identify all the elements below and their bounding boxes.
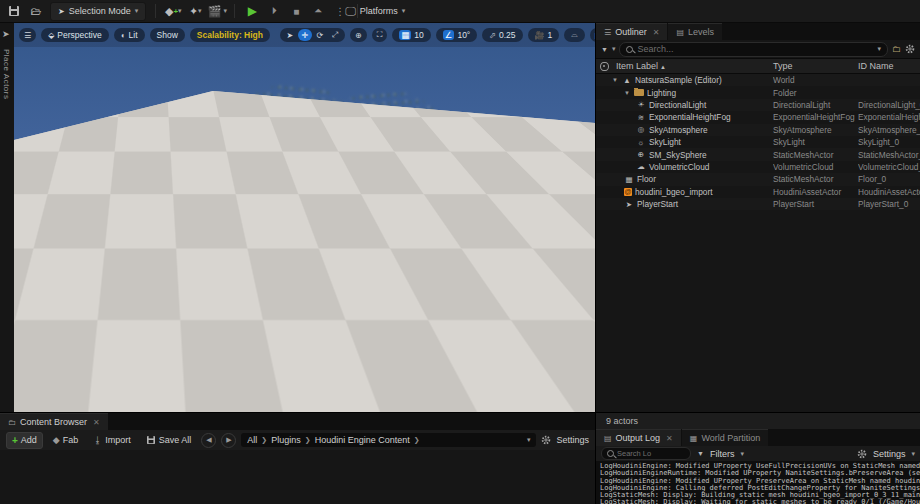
perspective-dropdown[interactable]: ⬙Perspective [41,28,109,42]
play-button[interactable]: ▶ [244,3,260,19]
filter-chevron[interactable]: ▾ [612,45,616,53]
log-output[interactable]: LogHoudiniEngine: Modified UProperty Use… [596,461,920,504]
expander-icon[interactable]: ▼ [624,90,631,96]
table-row[interactable]: ≋ExponentialHeightFogExponentialHeightFo… [596,111,920,123]
select-tool[interactable]: ➤ [283,29,297,41]
tab-content-browser[interactable]: 🗀 Content Browser ✕ [0,413,108,430]
outliner-tree: ▼▲NatsuraSample (Editor)World▼LightingFo… [596,74,920,210]
cb-settings-label[interactable]: Settings [556,435,589,445]
breadcrumb-separator-icon: ❯ [261,436,267,444]
level-viewport[interactable]: ☰ ⬙Perspective ◐Lit Show Scalability: Hi… [14,23,595,412]
scalability-warning[interactable]: Scalability: High [190,28,270,42]
fab-button[interactable]: ◆Fab [48,433,83,448]
save-icon[interactable] [6,3,22,19]
add-actor-button[interactable]: ◆+▾ [165,3,181,19]
close-icon[interactable]: ✕ [93,418,100,427]
move-tool[interactable]: ✛ [298,29,312,41]
tab-levels[interactable]: ▤ Levels [668,23,722,40]
log-search-input[interactable]: Search Lo [601,447,691,460]
rotate-tool[interactable]: ⟳ [313,29,327,41]
table-row[interactable]: ➤PlayerStartPlayerStartPlayerStart_0 [596,198,920,210]
visibility-column-icon[interactable] [600,62,609,71]
table-row[interactable]: ☀DirectionalLightDirectionalLightDirecti… [596,99,920,111]
import-button[interactable]: ⭳Import [88,433,136,448]
add-button[interactable]: +Add [6,432,43,449]
back-button[interactable]: ◀ [201,433,216,448]
view-mode-dropdown[interactable]: ◐Lit [114,28,145,42]
scale-snap-control[interactable]: ⬀0.25 [482,28,522,42]
log-search-placeholder: Search Lo [617,449,651,458]
row-id-cell: SkyAtmosphere_0 [858,125,920,135]
sort-ascending-icon: ▲ [660,64,666,70]
output-log-panel: ▤ Output Log ✕ ▦ World Partition Search … [595,429,920,504]
camera-speed-control[interactable]: 🎥1 [528,28,560,42]
chevron-down-icon[interactable]: ▾ [527,436,531,444]
table-row[interactable]: ☼SkyLightSkyLightSkyLight_0 [596,136,920,148]
scale-tool[interactable]: ⤢ [328,29,342,41]
filter-icon[interactable]: ▼ [601,46,608,53]
row-type-cell: HoudiniAssetActor [773,187,858,197]
log-settings-icon[interactable] [857,449,867,459]
tab-outliner[interactable]: ☰ Outliner ✕ [596,23,667,40]
tab-world-partition[interactable]: ▦ World Partition [682,429,768,446]
show-dropdown[interactable]: Show [150,28,185,42]
viewport-options-menu[interactable]: ☰ [19,28,36,42]
table-row[interactable]: ◎SkyAtmosphereSkyAtmosphereSkyAtmosphere… [596,124,920,136]
close-icon[interactable]: ✕ [666,434,673,443]
browse-content-icon[interactable]: 🗁 [28,3,44,19]
tab-output-log-label: Output Log [616,433,661,443]
breadcrumb-item[interactable]: Plugins [271,435,301,445]
close-icon[interactable]: ✕ [653,28,660,37]
surface-snap-toggle[interactable]: ⛶ [372,28,388,42]
rotation-snap-control[interactable]: ∠10° [436,28,477,42]
grid-snap-icon: ▦ [399,30,411,40]
mesh-sphere-icon: ⊕ [636,150,646,159]
column-item-label[interactable]: Item Label▲ [612,61,773,71]
table-row[interactable]: ▼LightingFolder [596,86,920,98]
table-row[interactable]: ▦FloorStaticMeshActorFloor_0 [596,173,920,185]
expander-icon[interactable]: ▼ [612,77,619,83]
world-local-toggle[interactable]: ⊕ [350,28,367,42]
breadcrumb-item[interactable]: Houdini Engine Content [315,435,410,445]
row-type-cell: SkyLight [773,137,858,147]
frame-skip-button[interactable]: ⏵ [266,3,282,19]
log-settings-label[interactable]: Settings [873,449,906,459]
table-row[interactable]: @houdini_bgeo_importHoudiniAssetActorHou… [596,186,920,198]
filters-dropdown[interactable]: Filters [710,449,735,459]
blueprints-button[interactable]: ✦▾ [187,3,203,19]
selection-mode-dropdown[interactable]: ➤ Selection Mode ▾ [50,2,146,21]
row-id-cell: SkyLight_0 [858,137,920,147]
table-row[interactable]: ☁VolumetricCloudVolumetricCloudVolumetri… [596,161,920,173]
breadcrumb-separator-icon: ❯ [414,436,420,444]
place-actors-sidebar[interactable]: ➤ Place Actors [0,23,15,412]
table-row[interactable]: ▼▲NatsuraSample (Editor)World [596,74,920,86]
stop-button[interactable]: ■ [288,3,304,19]
breadcrumb-item[interactable]: All [247,435,257,445]
viewport-toolbar: ☰ ⬙Perspective ◐Lit Show Scalability: Hi… [14,23,595,47]
new-folder-icon[interactable]: 🗀 [892,44,901,54]
grid-snap-control[interactable]: ▦10 [392,28,431,42]
table-row[interactable]: ⊕SM_SkySphereStaticMeshActorStaticMeshAc… [596,148,920,160]
place-actors-icon: ➤ [2,29,10,39]
outliner-settings-icon[interactable] [905,44,915,54]
lit-icon: ◐ [121,31,126,40]
forward-button[interactable]: ▶ [221,433,236,448]
column-type[interactable]: Type [773,61,858,71]
tab-output-log[interactable]: ▤ Output Log ✕ [596,429,681,446]
camera-speed-value: 1 [548,30,553,40]
outliner-tabbar: ☰ Outliner ✕ ▤ Levels [596,23,920,40]
chevron-down-icon: ▾ [911,450,915,458]
outliner-icon: ☰ [604,28,611,37]
cb-settings-icon[interactable] [541,435,551,445]
platforms-dropdown[interactable]: 🖵 Platforms ▾ [367,3,383,19]
row-label-cell: ☼SkyLight [596,137,773,147]
row-id-cell: HoudiniAssetActor_ [858,187,920,197]
outliner-search-input[interactable]: Search... ▾ [619,42,888,57]
column-id-name[interactable]: ID Name [858,61,920,71]
save-all-button[interactable]: Save All [141,433,197,448]
breadcrumb[interactable]: All❯Plugins❯Houdini Engine Content❯▾ [241,433,536,447]
output-log-toolbar: Search Lo ▼ Filters ▾ Settings ▾ [596,446,920,461]
launch-button[interactable]: ⏶ [310,3,326,19]
cinematics-button[interactable]: 🎬▾ [209,3,225,19]
camera-view-button[interactable]: ⌓ [564,28,584,42]
